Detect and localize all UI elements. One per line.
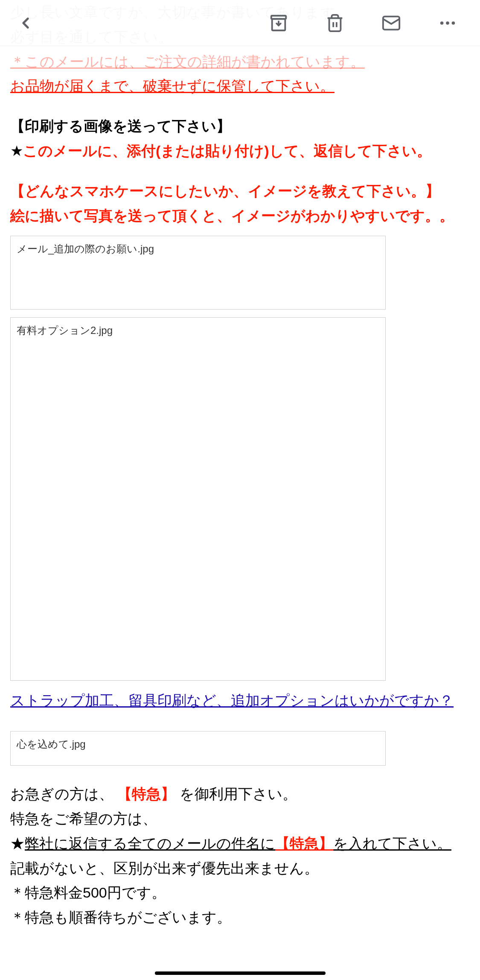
archive-button[interactable] — [266, 10, 291, 36]
attachment-2[interactable]: 有料オプション2.jpg — [10, 317, 386, 681]
express-line-6: ＊特急も順番待ちがございます。 — [10, 905, 470, 930]
attachment-2-filename: 有料オプション2.jpg — [17, 325, 113, 336]
chevron-left-icon — [17, 14, 35, 32]
more-button[interactable] — [435, 10, 460, 36]
express-line-3: ★弊社に返信する全てのメールの件名に【特急】を入れて下さい。 — [10, 831, 470, 856]
express-line-5: ＊特急料金500円です。 — [10, 881, 470, 905]
mail-icon — [381, 13, 401, 33]
topbar — [0, 0, 480, 46]
star-bullet: ★ — [10, 143, 23, 159]
svg-point-5 — [452, 21, 455, 25]
express-line-4: 記載がないと、区別が出来ず優先出来ません。 — [10, 856, 470, 881]
attachment-3[interactable]: 心を込めて.jpg — [10, 731, 386, 766]
options-link[interactable]: ストラップ加工、留具印刷など、追加オプションはいかがですか？ — [10, 692, 454, 708]
svg-point-3 — [440, 21, 444, 25]
back-button[interactable] — [13, 10, 38, 36]
mark-unread-button[interactable] — [378, 10, 404, 36]
trash-icon — [325, 13, 345, 33]
section-print-title: 【印刷する画像を送って下さい】 — [10, 114, 470, 139]
warning-text-2: お品物が届くまで、破棄せずに保管して下さい。 — [10, 78, 335, 94]
home-indicator[interactable] — [155, 971, 326, 975]
attachment-1-filename: メール_追加の際のお願い.jpg — [17, 243, 154, 255]
more-horizontal-icon — [438, 13, 457, 33]
express-line-2: 特急をご希望の方は、 — [10, 807, 470, 831]
express-line-1: お急ぎの方は、 【特急】 を御利用下さい。 — [10, 782, 470, 807]
section-image-title: 【どんなスマホケースにしたいか、イメージを教えて下さい。】 — [10, 179, 470, 204]
warning-text-1: ＊このメールには、ご注文の詳細が書かれています。 — [10, 53, 365, 70]
svg-point-4 — [446, 21, 449, 25]
section-print-text: このメールに、添付(または貼り付け)して、返信して下さい。 — [23, 143, 431, 159]
delete-button[interactable] — [322, 10, 348, 36]
attachment-3-filename: 心を込めて.jpg — [17, 738, 86, 750]
toolbar-actions — [266, 10, 467, 36]
archive-icon — [269, 13, 288, 33]
section-image-text: 絵に描いて写真を送って頂くと、イメージがわかりやすいです。。 — [10, 204, 470, 228]
email-body: 少し長い文章ですが、大切な事が書いてあります。 必ず目を通して下さい。 ＊このメ… — [0, 0, 480, 930]
attachment-1[interactable]: メール_追加の際のお願い.jpg — [10, 236, 386, 310]
